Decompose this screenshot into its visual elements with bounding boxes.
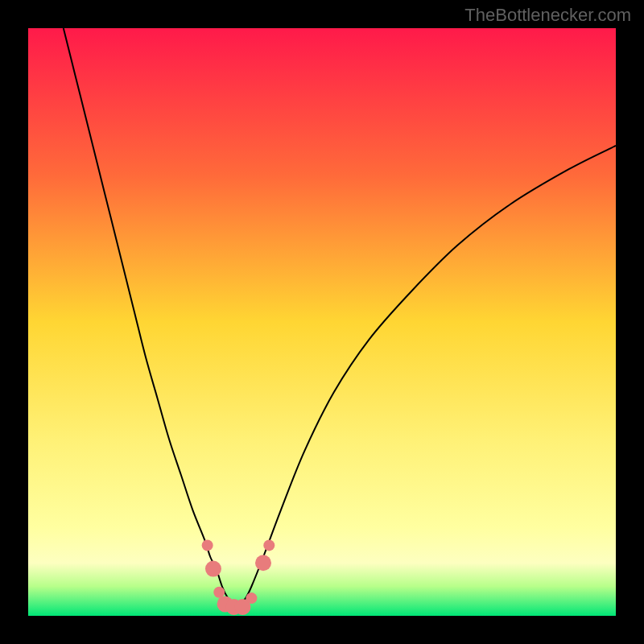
marker-point: [202, 539, 213, 551]
marker-point: [255, 555, 271, 571]
chart-plot-area: [28, 28, 616, 616]
marker-point: [246, 592, 257, 604]
chart-curve-layer: [28, 28, 616, 616]
marker-point: [263, 539, 275, 551]
bottleneck-curve: [64, 28, 616, 605]
highlight-markers: [202, 539, 275, 615]
watermark-text: TheBottlenecker.com: [464, 5, 631, 26]
marker-point: [205, 561, 221, 577]
